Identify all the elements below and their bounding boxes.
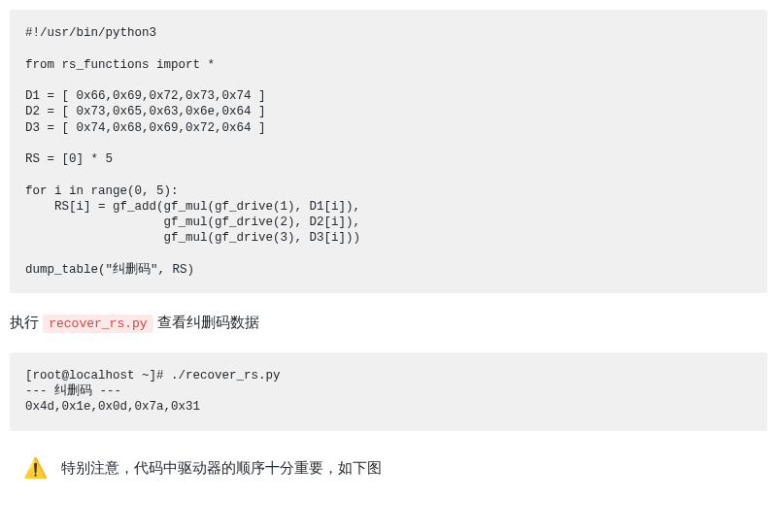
alert-text: 特别注意，代码中驱动器的顺序十分重要，如下图 [61,456,382,480]
text-prefix: 执行 [10,314,43,330]
text-suffix: 查看纠删码数据 [153,314,259,330]
inline-code-filename: recover_rs.py [43,315,152,333]
paragraph-run-script: 执行 recover_rs.py 查看纠删码数据 [10,311,767,335]
code-block-2: [root@localhost ~]# ./recover_rs.py --- … [10,352,767,431]
warning-icon: ⚠️ [23,458,48,478]
alert-box: ⚠️ 特别注意，代码中驱动器的顺序十分重要，如下图 [10,441,767,495]
code-block-1: #!/usr/bin/python3 from rs_functions imp… [10,10,767,293]
